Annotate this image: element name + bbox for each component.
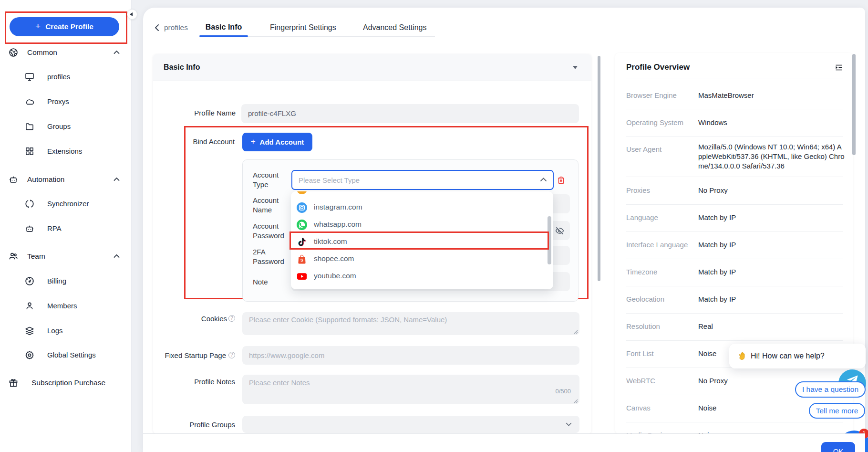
svg-text:S: S [300,258,303,263]
